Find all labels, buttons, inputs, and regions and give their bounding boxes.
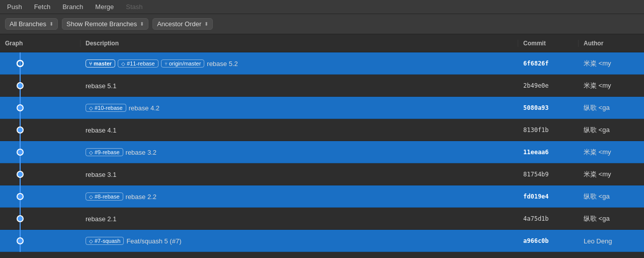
fetch-button[interactable]: Fetch [31,2,54,12]
table-row[interactable]: ◇#8-rebase rebase 2.2fd019e4纵歌 <ga [0,185,644,208]
branch-tag: ⑂origin/master [161,59,205,68]
author-cell: 米粢 <my [579,170,644,179]
author-cell: 米粢 <my [579,81,644,90]
author-cell: 纵歌 <ga [579,214,644,223]
show-remote-select[interactable]: Show Remote Branches ⬍ [62,18,148,30]
toolbar: Push Fetch Branch Merge Stash [0,0,644,14]
commit-hash: 11eeaa6 [518,149,579,156]
svg-point-1 [17,60,23,67]
all-branches-label: All Branches [10,20,46,28]
branch-button[interactable]: Branch [59,2,86,12]
graph-cell [0,75,80,97]
push-button[interactable]: Push [4,2,25,12]
commit-description: rebase 4.1 [86,126,116,134]
branch-tag: ◇#10-rebase [86,104,126,112]
author-cell: 纵歌 <ga [579,125,644,135]
commit-description: rebase 2.1 [86,215,116,223]
author-column-header: Author [579,40,644,47]
commit-hash: 6f6826f [518,60,579,67]
table-row[interactable]: ◇#7-squash Feat/squash 5 (#7)a966c0bLeo … [0,230,644,252]
commit-hash: 5080a93 [518,104,579,111]
branch-tag: ⑂master [86,59,115,68]
svg-point-17 [17,238,23,244]
description-cell: ⑂master◇#11-rebase⑂origin/master rebase … [80,59,518,68]
all-branches-select[interactable]: All Branches ⬍ [5,18,58,30]
description-cell: ◇#10-rebase rebase 4.2 [80,104,518,112]
commit-hash: 8130f1b [518,126,579,134]
table-row[interactable]: rebase 2.14a75d1b纵歌 <ga [0,208,644,230]
table-row[interactable]: rebase 5.12b49e0e米粢 <my [0,75,644,97]
graph-cell [0,230,80,252]
svg-point-5 [17,105,23,111]
table-header: Graph Description Commit Author [0,34,644,52]
author-cell: 纵歌 <ga [579,103,644,112]
table-body: ⑂master◇#11-rebase⑂origin/master rebase … [0,52,644,252]
description-cell: ◇#8-rebase rebase 2.2 [80,192,518,201]
table-row[interactable]: rebase 4.18130f1b纵歌 <ga [0,119,644,141]
table-row[interactable]: ◇#10-rebase rebase 4.25080a93纵歌 <ga [0,97,644,119]
table-row[interactable]: ◇#9-rebase rebase 3.211eeaa6米粢 <my [0,141,644,163]
chevron-down-icon-2: ⬍ [140,21,144,27]
graph-cell [0,185,80,208]
show-remote-label: Show Remote Branches [66,20,137,28]
author-cell: 纵歌 <ga [579,192,644,201]
branch-tag: ◇#9-rebase [86,148,123,156]
commit-description: rebase 5.1 [86,82,116,90]
graph-cell [0,141,80,163]
description-cell: rebase 2.1 [80,215,518,223]
description-cell: rebase 5.1 [80,82,518,90]
ancestor-order-select[interactable]: Ancestor Order ⬍ [152,18,213,30]
svg-point-11 [17,171,23,177]
svg-point-7 [17,127,23,133]
description-cell: ◇#9-rebase rebase 3.2 [80,148,518,156]
commit-description: rebase 4.2 [129,104,159,112]
chevron-down-icon: ⬍ [49,21,53,27]
ancestor-order-label: Ancestor Order [157,20,201,28]
description-cell: rebase 4.1 [80,126,518,134]
author-cell: Leo Deng [579,237,644,245]
commit-hash: fd019e4 [518,193,579,200]
description-column-header: Description [80,40,518,47]
table-row[interactable]: rebase 3.181754b9米粢 <my [0,163,644,185]
commit-description: rebase 2.2 [126,193,156,201]
svg-point-13 [17,194,23,200]
commit-hash: a966c0b [518,237,579,244]
branch-tag: ◇#11-rebase [118,59,158,68]
chevron-down-icon-3: ⬍ [204,21,208,27]
commit-description: Feat/squash 5 (#7) [126,237,181,245]
author-cell: 米粢 <my [579,59,644,68]
branch-tag: ◇#8-rebase [86,192,123,201]
svg-point-9 [17,149,23,155]
commit-hash: 81754b9 [518,171,579,178]
graph-cell [0,97,80,119]
commit-description: rebase 3.2 [126,149,156,156]
graph-cell [0,119,80,141]
svg-point-3 [17,83,23,89]
author-cell: 米粢 <my [579,148,644,157]
commit-description: rebase 5.2 [207,60,237,68]
svg-point-15 [17,216,23,222]
table-row[interactable]: ⑂master◇#11-rebase⑂origin/master rebase … [0,52,644,75]
branch-tag: ◇#7-squash [86,237,124,245]
description-cell: rebase 3.1 [80,171,518,178]
merge-button[interactable]: Merge [92,2,117,12]
commit-description: rebase 3.1 [86,171,116,178]
description-cell: ◇#7-squash Feat/squash 5 (#7) [80,237,518,245]
graph-cell [0,208,80,230]
commit-hash: 2b49e0e [518,82,579,89]
graph-column-header: Graph [0,40,80,47]
commit-hash: 4a75d1b [518,215,579,222]
stash-button[interactable]: Stash [123,2,145,12]
filter-bar: All Branches ⬍ Show Remote Branches ⬍ An… [0,14,644,34]
graph-cell [0,163,80,185]
graph-cell [0,52,80,75]
commit-column-header: Commit [518,40,579,47]
